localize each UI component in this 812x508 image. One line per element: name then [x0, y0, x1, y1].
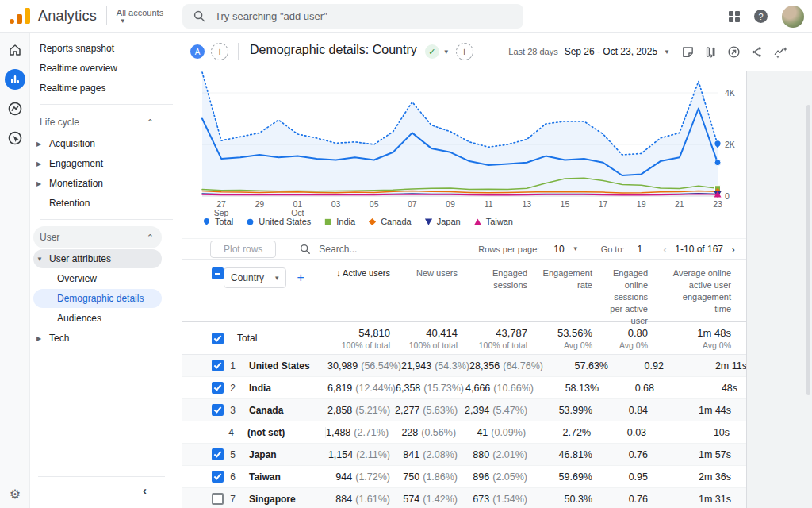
column-header-4[interactable]: Engaged online sessions per active user	[592, 267, 648, 327]
collapse-nav-icon[interactable]: ‹	[143, 483, 147, 497]
sidebar-item-realtime-pages[interactable]: Realtime pages	[33, 79, 162, 98]
metric-cell: 228(0.56%)	[389, 427, 456, 438]
chevron-down-icon[interactable]: ▼	[664, 48, 670, 56]
plot-rows-button[interactable]: Plot rows	[210, 241, 276, 258]
edit-comparisons-icon[interactable]	[704, 45, 718, 59]
row-checkbox[interactable]	[212, 471, 224, 483]
column-header-1[interactable]: New users	[390, 267, 458, 279]
sidebar-item-monetization[interactable]: ▶Monetization	[33, 174, 162, 193]
share-icon[interactable]	[750, 45, 764, 59]
global-search-input[interactable]: Try searching "add user"	[182, 4, 523, 29]
metric-percent: (5.21%)	[355, 405, 390, 416]
explore-icon[interactable]	[5, 98, 25, 119]
add-dimension-icon[interactable]: +	[297, 271, 304, 285]
metric-cell: 2.72%	[526, 427, 591, 438]
metric-value: 0.76	[629, 449, 648, 460]
sidebar-item-engagement[interactable]: ▶Engagement	[33, 154, 162, 173]
total-row-checkbox[interactable]	[212, 333, 224, 344]
metric-value: 574	[403, 494, 419, 505]
row-number: 4	[222, 427, 234, 438]
dimension-header-cell: Country▾+	[224, 267, 327, 288]
add-property-button[interactable]: +	[211, 43, 228, 60]
nav-section-user[interactable]: User⌃	[33, 226, 162, 248]
country-name: Singapore	[236, 494, 327, 505]
metric-value: 2,277	[395, 405, 419, 416]
advertising-icon[interactable]	[5, 128, 25, 148]
svg-text:13: 13	[522, 199, 531, 209]
table-search-input[interactable]: Search...	[300, 244, 357, 255]
legend-item-japan[interactable]: Japan	[424, 217, 461, 226]
sidebar-item-realtime-overview[interactable]: Realtime overview	[33, 59, 162, 78]
table-row-india: 2India6,819(12.44%)6,358(15.73%)4,666(10…	[182, 377, 746, 399]
sidebar-item-overview[interactable]: Overview	[33, 269, 162, 288]
metric-value: 6,819	[327, 383, 352, 394]
user-avatar[interactable]	[782, 6, 804, 28]
sidebar-item-demographic-details[interactable]: Demographic details	[33, 289, 162, 308]
chevron-down-icon[interactable]: ▼	[443, 48, 450, 56]
row-checkbox[interactable]	[212, 404, 224, 416]
column-header-2[interactable]: Engaged sessions	[458, 267, 527, 291]
metric-value: 58.13%	[565, 383, 599, 394]
row-number: 1	[224, 360, 236, 371]
date-range-value[interactable]: Sep 26 - Oct 23, 2025	[565, 46, 657, 57]
row-checkbox[interactable]	[212, 382, 224, 394]
goto-input[interactable]: 1	[638, 244, 643, 255]
legend-item-taiwan[interactable]: Taiwan	[473, 217, 513, 226]
sidebar-item-retention[interactable]: Retention	[33, 194, 162, 213]
previous-page-icon[interactable]: ‹	[663, 242, 667, 256]
nav-section-life-cycle[interactable]: Life cycle⌃	[33, 111, 162, 133]
legend-item-india[interactable]: India	[324, 217, 355, 226]
row-number: 2	[224, 383, 236, 394]
svg-text:Sep: Sep	[214, 208, 229, 217]
analytics-home-link[interactable]: Analytics	[0, 7, 97, 25]
table-row--not-set-: 4(not set)1,488(2.71%)228(0.56%)41(0.09%…	[182, 421, 746, 444]
apps-grid-icon[interactable]	[729, 11, 740, 22]
sidebar-item-acquisition[interactable]: ▶Acquisition	[33, 134, 162, 153]
sidebar-item-audiences[interactable]: Audiences	[33, 309, 162, 328]
property-avatar[interactable]: A	[190, 44, 205, 59]
add-report-button[interactable]: +	[456, 43, 473, 60]
metric-cell: 750(1.86%)	[390, 471, 458, 483]
brand-name: Analytics	[38, 8, 97, 25]
home-icon[interactable]	[5, 40, 25, 60]
chevron-down-icon[interactable]: ▼	[573, 245, 579, 252]
sidebar-item-reports-snapshot[interactable]: Reports snapshot	[33, 39, 162, 58]
sidebar-item-user-attributes[interactable]: ▼User attributes	[33, 249, 162, 268]
legend-item-canada[interactable]: Canada	[368, 217, 412, 226]
legend-item-total[interactable]: Total	[202, 217, 233, 226]
add-note-icon[interactable]	[681, 45, 695, 59]
account-switcher[interactable]: All accounts ▼	[117, 8, 163, 25]
reports-icon[interactable]	[5, 69, 25, 90]
expand-down-icon: ▼	[36, 256, 49, 263]
column-header-0[interactable]: ↓ Active users	[327, 267, 390, 279]
row-checkbox-cell	[182, 360, 224, 371]
metric-cell: 2,277(5.63%)	[390, 405, 458, 416]
help-icon[interactable]: ?	[754, 10, 768, 23]
row-checkbox[interactable]	[212, 493, 224, 505]
column-header-5[interactable]: Average online active user engagement ti…	[648, 267, 748, 315]
sidebar-item-tech[interactable]: ▶Tech	[33, 329, 162, 348]
report-title[interactable]: Demographic details: Country	[250, 43, 417, 60]
insights-icon[interactable]	[773, 45, 788, 59]
total-cell-3: 53.56%Avg 0%	[527, 327, 592, 350]
metric-cell: 2,394(5.47%)	[458, 405, 527, 416]
dimension-selector[interactable]: Country▾	[224, 267, 286, 288]
row-checkbox[interactable]	[212, 448, 224, 460]
column-header-3[interactable]: Engagement rate	[527, 267, 592, 291]
metric-value: 0.84	[629, 405, 648, 416]
total-subtext: 100% of total	[458, 341, 527, 350]
benchmarking-icon[interactable]	[727, 45, 741, 59]
metric-cell: 0.76	[592, 494, 648, 505]
next-page-icon[interactable]: ›	[731, 242, 735, 256]
metric-percent: (1.61%)	[355, 494, 390, 505]
saved-check-icon[interactable]: ✓	[425, 44, 439, 59]
row-checkbox[interactable]	[212, 360, 224, 371]
chevron-up-icon: ⌃	[147, 117, 154, 128]
settings-gear-icon[interactable]: ⚙	[0, 487, 30, 502]
select-all-checkbox[interactable]	[212, 267, 224, 279]
scrollbar-thumb[interactable]	[806, 105, 810, 395]
rows-per-page-value[interactable]: 10	[553, 244, 564, 255]
metric-cell: 0.95	[592, 471, 648, 483]
search-placeholder: Try searching "add user"	[215, 10, 327, 22]
legend-item-united-states[interactable]: United States	[246, 217, 311, 226]
